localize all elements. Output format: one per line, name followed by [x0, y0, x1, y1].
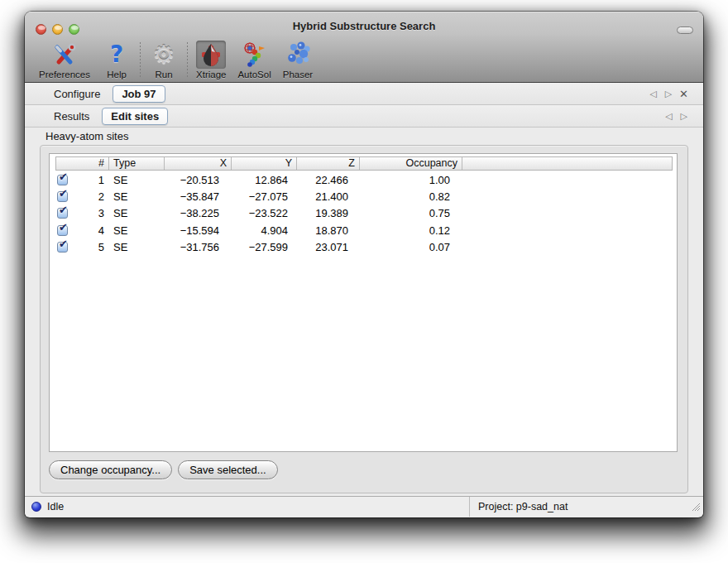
row-checkbox[interactable]: ✔ [57, 242, 68, 253]
check-icon: ✔ [59, 171, 68, 183]
toolbar-label: Run [155, 70, 172, 79]
cell-y: −27.075 [231, 190, 296, 203]
tools-icon [50, 41, 79, 69]
job-tab-bar: Configure Job 97 ◁ ▷ ✕ [25, 83, 703, 105]
toolbar-separator [140, 42, 141, 79]
column-header-num[interactable]: # [56, 157, 109, 170]
window-title: Hybrid Substructure Search [25, 20, 703, 32]
cell-z: 22.466 [296, 174, 359, 186]
status-bar-divider [469, 497, 470, 517]
cell-occupancy: 0.75 [359, 207, 462, 219]
project-label: Project: p9-sad_nat [478, 501, 568, 512]
tab-job-97[interactable]: Job 97 [113, 85, 165, 103]
question-mark-icon: ? [102, 41, 132, 69]
title-bar[interactable]: Hybrid Substructure Search [25, 12, 703, 40]
row-checkbox-cell: ✔ [50, 225, 75, 236]
toolbar-button-run[interactable]: ⚙ Run [143, 41, 184, 79]
group-label: Heavy-atom sites [46, 130, 128, 142]
table-row[interactable]: ✔ 4 SE −15.594 4.904 18.870 0.12 [50, 222, 676, 238]
gear-icon: ⚙ [149, 41, 179, 69]
window-chrome: Hybrid Substructure Search Preferences ? [25, 12, 703, 83]
table-header-row: # Type X Y Z Occupancy [55, 156, 673, 171]
cell-type: SE [108, 241, 164, 253]
cell-y: −23.522 [231, 207, 296, 219]
cell-z: 21.400 [296, 190, 359, 203]
cell-num: 4 [75, 224, 108, 237]
cell-z: 23.071 [296, 241, 359, 253]
cell-occupancy: 1.00 [359, 174, 462, 186]
table-row[interactable]: ✔ 5 SE −31.756 −27.599 23.071 0.07 [50, 238, 676, 255]
tab-results[interactable]: Results [45, 108, 98, 125]
cell-occupancy: 0.12 [359, 224, 462, 237]
row-checkbox-cell: ✔ [50, 208, 75, 219]
cell-x: −20.513 [164, 174, 231, 186]
app-window: Hybrid Substructure Search Preferences ? [25, 12, 703, 517]
status-bar: Idle Project: p9-sad_nat [25, 496, 703, 517]
cell-num: 3 [75, 207, 108, 219]
check-icon: ✔ [59, 204, 68, 216]
cell-x: −31.756 [164, 241, 231, 253]
droplet-icon [196, 41, 226, 69]
table-row[interactable]: ✔ 3 SE −38.225 −23.522 19.389 0.75 [50, 205, 676, 222]
helix-beads-icon [240, 41, 270, 69]
view-tab-bar: Results Edit sites ◁ ▷ [25, 105, 703, 128]
toolbar-label: Xtriage [196, 70, 226, 79]
edit-sites-panel: Heavy-atom sites # Type X Y Z Occupancy … [25, 128, 703, 496]
tab-scroll-left-icon[interactable]: ◁ [645, 89, 660, 99]
cell-x: −38.225 [164, 207, 231, 219]
toolbar-toggle-lozenge-icon[interactable] [677, 26, 693, 34]
toolbar-label: Help [107, 70, 127, 79]
table-row[interactable]: ✔ 1 SE −20.513 12.864 22.466 1.00 [50, 171, 676, 188]
cell-type: SE [108, 190, 164, 203]
change-occupancy-button[interactable]: Change occupancy... [49, 460, 172, 479]
column-header-z[interactable]: Z [297, 157, 360, 170]
row-checkbox-cell: ✔ [50, 175, 75, 185]
column-header-y[interactable]: Y [232, 157, 297, 170]
cell-num: 2 [75, 190, 108, 203]
save-selected-button[interactable]: Save selected... [178, 460, 278, 479]
toolbar: Preferences ? Help ⚙ Run [25, 40, 703, 83]
row-checkbox[interactable]: ✔ [57, 175, 68, 185]
tab-scroll-right-icon[interactable]: ▷ [677, 111, 692, 122]
cell-z: 19.389 [296, 207, 359, 219]
row-checkbox[interactable]: ✔ [57, 191, 68, 202]
column-header-blank [462, 157, 672, 170]
tab-close-icon[interactable]: ✕ [676, 88, 692, 100]
tab-edit-sites[interactable]: Edit sites [102, 108, 168, 125]
row-checkbox[interactable]: ✔ [57, 208, 68, 219]
toolbar-label: Phaser [283, 70, 313, 79]
toolbar-button-autosol[interactable]: AutoSol [232, 41, 276, 79]
toolbar-button-preferences[interactable]: Preferences [33, 41, 96, 79]
resize-grip[interactable] [690, 501, 701, 514]
molecule-cluster-icon [283, 41, 313, 69]
column-header-x[interactable]: X [165, 157, 232, 170]
status-text: Idle [47, 501, 64, 512]
table-row[interactable]: ✔ 2 SE −35.847 −27.075 21.400 0.82 [50, 188, 676, 205]
tab-scroll-left-icon[interactable]: ◁ [661, 111, 676, 122]
action-button-row: Change occupancy... Save selected... [49, 460, 278, 479]
tab-configure[interactable]: Configure [45, 85, 109, 103]
sites-table: # Type X Y Z Occupancy ✔ 1 SE −20.513 12… [49, 153, 678, 452]
row-checkbox-cell: ✔ [50, 191, 75, 202]
check-icon: ✔ [59, 187, 68, 200]
cell-y: 4.904 [231, 224, 296, 237]
cell-x: −35.847 [164, 190, 231, 203]
tab-scroll-right-icon[interactable]: ▷ [661, 89, 676, 99]
table-body: ✔ 1 SE −20.513 12.864 22.466 1.00 ✔ 2 SE… [50, 171, 676, 255]
cell-y: 12.864 [231, 174, 296, 186]
column-header-type[interactable]: Type [109, 157, 165, 170]
toolbar-button-phaser[interactable]: Phaser [277, 41, 318, 79]
cell-type: SE [108, 224, 164, 237]
row-checkbox[interactable]: ✔ [57, 225, 68, 236]
column-header-occupancy[interactable]: Occupancy [360, 157, 462, 170]
cell-type: SE [108, 207, 164, 219]
toolbar-separator [187, 42, 188, 79]
cell-x: −15.594 [164, 224, 231, 237]
cell-occupancy: 0.82 [359, 190, 462, 203]
toolbar-button-help[interactable]: ? Help [96, 41, 137, 79]
cell-num: 1 [75, 174, 108, 186]
toolbar-button-xtriage[interactable]: Xtriage [190, 41, 232, 79]
cell-z: 18.870 [296, 224, 359, 237]
status-indicator-icon [31, 502, 41, 512]
heavy-atom-sites-groupbox: # Type X Y Z Occupancy ✔ 1 SE −20.513 12… [40, 145, 688, 493]
